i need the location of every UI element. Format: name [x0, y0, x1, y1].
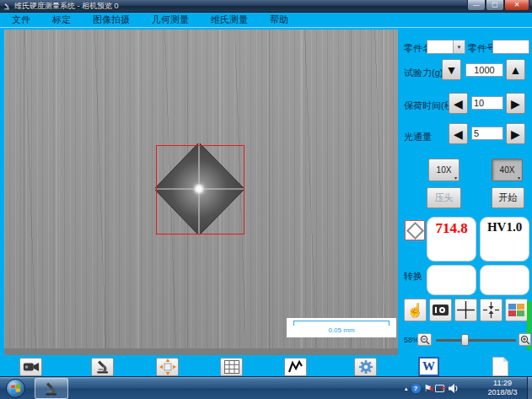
taskbar-clock[interactable]: 11:29 2018/8/3 [481, 379, 524, 397]
zoom-out-button[interactable] [417, 333, 432, 346]
fit-view-button[interactable] [156, 358, 179, 376]
minimize-button[interactable]: — [467, 0, 486, 11]
triangle-left-icon: ◀ [454, 128, 463, 140]
menu-calibration[interactable]: 标定 [52, 13, 71, 26]
line-chart-icon [287, 360, 304, 374]
hardness-result-box: 714.8 [427, 217, 476, 262]
title-bar: 维氏硬度测量系统 - 相机预览 0 — ▢ ✕ [0, 0, 532, 13]
chart-button[interactable] [284, 358, 307, 376]
force-decrease-button[interactable]: ▼ [442, 59, 461, 80]
indent-measure-button[interactable] [405, 220, 425, 240]
light-input[interactable] [471, 127, 503, 140]
network-icon[interactable]: ✕ [435, 385, 444, 392]
camcorder-icon [23, 361, 40, 373]
force-increase-button[interactable]: ▲ [506, 59, 525, 80]
crosshair-button[interactable] [454, 299, 477, 321]
show-desktop-button[interactable] [527, 377, 532, 399]
menu-file[interactable]: 文件 [12, 13, 30, 26]
zoom-slider-thumb[interactable] [461, 334, 469, 346]
triangle-right-icon: ▶ [511, 128, 520, 140]
clock-time: 11:29 [481, 379, 524, 388]
app-icon [3, 3, 11, 10]
expand-arrows-icon [159, 359, 176, 375]
close-button[interactable]: ✕ [504, 0, 529, 11]
pan-hand-button[interactable]: ☝ [404, 299, 427, 321]
menu-bar: 文件 标定 图像拍摄 几何测量 维氏测量 帮助 [0, 12, 532, 28]
gallery-icon [508, 304, 524, 316]
gear-icon [358, 359, 373, 375]
diamond-icon [406, 221, 423, 239]
triangle-down-icon: ▼ [446, 64, 458, 76]
taskbar-app-button[interactable] [35, 378, 68, 399]
menu-vickers-measure[interactable]: 维氏测量 [211, 13, 248, 26]
center-target-button[interactable] [480, 299, 502, 321]
part-name-combo[interactable]: ▼ [427, 40, 465, 54]
error-badge: ✕ [441, 386, 446, 392]
part-no-input[interactable] [492, 40, 529, 54]
dwell-increase-button[interactable]: ▶ [506, 93, 525, 114]
chevron-down-icon[interactable]: ▼ [453, 40, 465, 53]
triangle-left-icon: ◀ [454, 98, 463, 110]
measurement-roi-box[interactable] [156, 145, 245, 235]
start-button[interactable] [6, 379, 25, 398]
magnifier-minus-icon [420, 335, 430, 345]
viewport-bottom-edge [4, 348, 398, 355]
test-force-label: 试验力(g) [404, 67, 443, 79]
settings-button[interactable] [354, 358, 377, 376]
indenter-button[interactable]: 压头 [427, 187, 461, 208]
chevron-down-icon: ▾ [518, 175, 520, 181]
camera-icon [433, 305, 449, 315]
force-input[interactable] [465, 63, 503, 77]
crosshair-icon [457, 301, 475, 319]
chevron-down-icon: ▾ [454, 175, 457, 181]
scale-label: 0.05 mm [328, 326, 354, 334]
scale-bracket [293, 321, 390, 326]
light-decrease-button[interactable]: ◀ [449, 123, 468, 144]
grid-button[interactable] [220, 358, 243, 376]
microscope-icon [44, 381, 59, 396]
objective-10x-button[interactable]: 10X▾ [428, 159, 459, 181]
hardness-scale: HV1.0 [481, 220, 529, 235]
error-badge: ✕ [429, 385, 434, 394]
convert-label: 转换 [404, 270, 422, 283]
zoom-slider[interactable] [436, 339, 516, 342]
menu-geometric-measure[interactable]: 几何测量 [152, 13, 189, 26]
dwell-input[interactable] [471, 96, 503, 110]
convert-result-box-1 [427, 265, 476, 295]
hardness-scale-box: HV1.0 [480, 217, 529, 262]
hidden-icons-chevron[interactable]: ▴ [405, 386, 408, 392]
scale-bar: 0.05 mm [287, 318, 396, 337]
menu-help[interactable]: 帮助 [270, 13, 288, 26]
grid-icon [224, 360, 239, 374]
zoom-in-button[interactable] [519, 333, 531, 346]
video-capture-button[interactable] [19, 358, 42, 376]
start-button[interactable]: 开始 [492, 187, 524, 208]
triangle-up-icon: ▲ [510, 64, 522, 76]
camera-view[interactable]: 0.05 mm [4, 30, 398, 348]
maximize-button[interactable]: ▢ [486, 0, 504, 11]
help-tray-icon[interactable]: ? [411, 384, 421, 393]
microscope-button[interactable] [91, 358, 114, 376]
dwell-decrease-button[interactable]: ◀ [449, 93, 468, 114]
hardness-value: 714.8 [427, 220, 476, 237]
speaker-icon[interactable] [448, 383, 459, 394]
light-increase-button[interactable]: ▶ [506, 123, 525, 144]
gallery-button[interactable] [505, 299, 528, 321]
snapshot-button[interactable] [429, 299, 452, 321]
menu-image-capture[interactable]: 图像拍摄 [93, 13, 130, 26]
taskbar: ▴ ? ⚑ ✕ ✕ 11:29 2018/8/3 [0, 376, 532, 399]
word-icon: W [418, 357, 439, 376]
converge-arrows-icon [482, 301, 500, 319]
light-label: 光通量 [404, 131, 432, 143]
action-center-icon[interactable]: ⚑ ✕ [424, 384, 433, 393]
magnifier-plus-icon [520, 335, 530, 345]
document-icon [492, 357, 508, 376]
word-export-button[interactable]: W [418, 357, 439, 376]
clock-date: 2018/8/3 [481, 388, 524, 397]
microscope-icon [95, 359, 110, 375]
triangle-right-icon: ▶ [511, 98, 520, 110]
new-report-button[interactable] [492, 357, 508, 376]
objective-40x-button[interactable]: 40X▾ [492, 159, 523, 181]
windows-logo-icon [11, 384, 20, 392]
app-window: 维氏硬度测量系统 - 相机预览 0 — ▢ ✕ 文件 标定 图像拍摄 几何测量 … [0, 0, 532, 399]
